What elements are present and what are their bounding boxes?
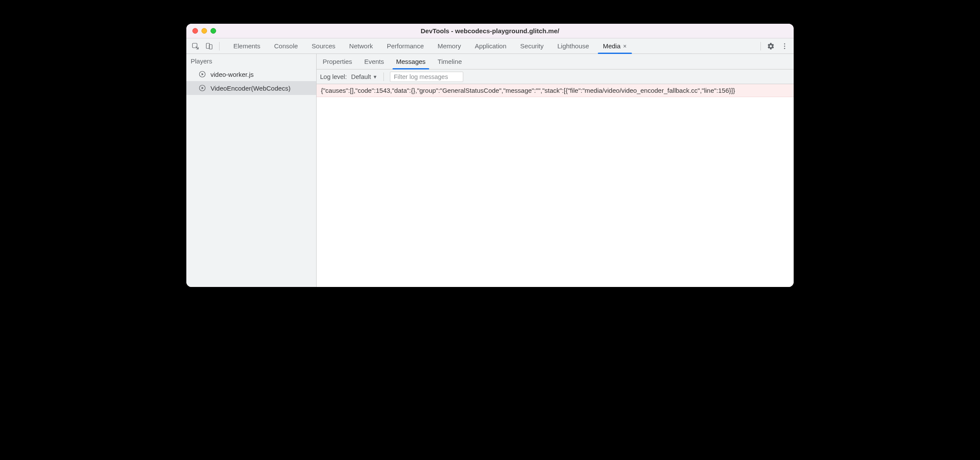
main-toolbar: ElementsConsoleSourcesNetworkPerformance… xyxy=(186,38,794,54)
toolbar-separator xyxy=(760,42,761,50)
filter-row: Log level: Default ▼ xyxy=(317,69,794,84)
players-heading: Players xyxy=(186,54,316,67)
main-tab-performance[interactable]: Performance xyxy=(380,38,431,54)
player-item-label: VideoEncoder(WebCodecs) xyxy=(210,85,290,92)
players-list: video-worker.jsVideoEncoder(WebCodecs) xyxy=(186,67,316,95)
inspect-element-button[interactable] xyxy=(190,41,201,52)
log-level-select[interactable]: Default ▼ xyxy=(351,73,377,80)
toolbar-separator xyxy=(219,42,220,50)
svg-point-3 xyxy=(784,43,785,44)
main-tab-memory[interactable]: Memory xyxy=(431,38,468,54)
messages-list: {"causes":[],"code":1543,"data":{},"grou… xyxy=(317,84,794,287)
players-sidebar: Players video-worker.jsVideoEncoder(WebC… xyxy=(186,54,317,287)
log-level-value: Default xyxy=(351,73,371,80)
window-zoom-button[interactable] xyxy=(210,28,216,34)
traffic-lights xyxy=(186,28,216,34)
toolbar-right-group xyxy=(759,41,790,52)
main-tab-label: Media xyxy=(603,42,621,50)
main-tab-label: Lighthouse xyxy=(557,42,589,50)
window-title: DevTools - webcodecs-playground.glitch.m… xyxy=(186,27,794,35)
device-toolbar-button[interactable] xyxy=(204,41,215,52)
player-item-label: video-worker.js xyxy=(210,71,254,78)
main-tab-label: Application xyxy=(475,42,506,50)
detail-panel: PropertiesEventsMessagesTimeline Log lev… xyxy=(317,54,794,287)
sub-tab-messages[interactable]: Messages xyxy=(390,54,431,69)
close-icon[interactable]: × xyxy=(623,43,627,49)
message-row[interactable]: {"causes":[],"code":1543,"data":{},"grou… xyxy=(317,84,794,97)
window-minimize-button[interactable] xyxy=(201,28,207,34)
main-tab-label: Network xyxy=(349,42,373,50)
player-item[interactable]: video-worker.js xyxy=(186,67,316,81)
main-tab-elements[interactable]: Elements xyxy=(226,38,267,54)
devtools-window: DevTools - webcodecs-playground.glitch.m… xyxy=(186,24,794,287)
main-tab-lighthouse[interactable]: Lighthouse xyxy=(550,38,596,54)
settings-button[interactable] xyxy=(765,41,776,52)
main-tab-label: Console xyxy=(274,42,298,50)
main-tab-media[interactable]: Media× xyxy=(596,38,634,54)
chevron-down-icon: ▼ xyxy=(373,74,377,79)
player-item[interactable]: VideoEncoder(WebCodecs) xyxy=(186,81,316,95)
main-tab-security[interactable]: Security xyxy=(513,38,550,54)
window-close-button[interactable] xyxy=(192,28,198,34)
svg-point-4 xyxy=(784,45,785,47)
svg-point-5 xyxy=(784,47,785,49)
main-tab-label: Elements xyxy=(233,42,261,50)
main-tab-label: Sources xyxy=(312,42,336,50)
panel-body: Players video-worker.jsVideoEncoder(WebC… xyxy=(186,54,794,287)
toolbar-left-group xyxy=(190,41,221,52)
more-options-button[interactable] xyxy=(779,41,790,52)
sub-tab-properties[interactable]: Properties xyxy=(317,54,358,69)
filter-input[interactable] xyxy=(390,72,463,82)
main-tabs: ElementsConsoleSourcesNetworkPerformance… xyxy=(226,38,756,54)
log-level-label: Log level: xyxy=(320,73,347,80)
main-tab-sources[interactable]: Sources xyxy=(305,38,342,54)
sub-tab-timeline[interactable]: Timeline xyxy=(432,54,468,69)
main-tab-label: Security xyxy=(520,42,543,50)
main-tab-console[interactable]: Console xyxy=(267,38,305,54)
main-tab-network[interactable]: Network xyxy=(342,38,380,54)
titlebar: DevTools - webcodecs-playground.glitch.m… xyxy=(186,24,794,38)
main-tab-application[interactable]: Application xyxy=(468,38,513,54)
main-tab-label: Memory xyxy=(438,42,461,50)
play-icon xyxy=(198,84,206,92)
play-icon xyxy=(198,70,206,78)
filter-separator xyxy=(383,72,384,81)
sub-tab-events[interactable]: Events xyxy=(358,54,390,69)
main-tab-label: Performance xyxy=(387,42,424,50)
sub-tabs: PropertiesEventsMessagesTimeline xyxy=(317,54,794,69)
